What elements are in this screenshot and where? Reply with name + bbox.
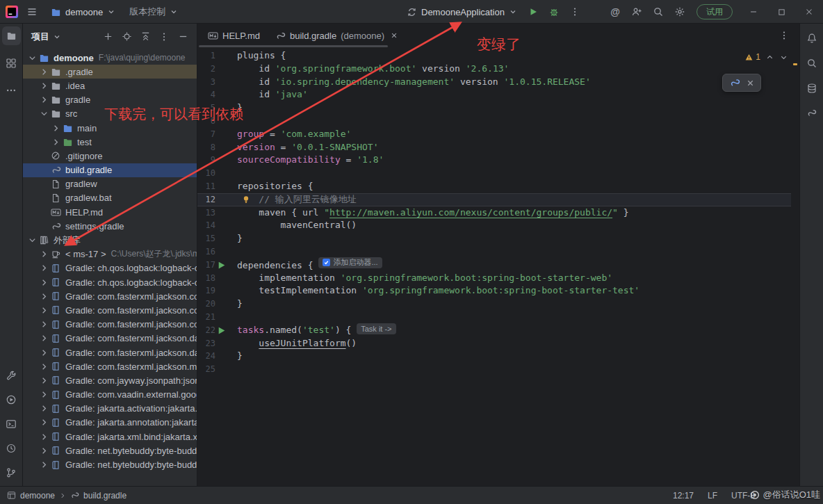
- tree-item[interactable]: < ms-17 >C:\Users\赵子龙\.jdks\ms-: [23, 247, 197, 261]
- tree-item[interactable]: Gradle: com.fasterxml.jackson.datatyp: [23, 332, 197, 346]
- database-button[interactable]: [802, 79, 821, 97]
- git-branch-button[interactable]: [2, 463, 21, 482]
- tree-item[interactable]: Gradle: com.fasterxml.jackson.core:ja: [23, 318, 197, 332]
- inlay-hint[interactable]: Task it ->: [357, 323, 396, 334]
- tree-item[interactable]: Gradle: net.bytebuddy:byte-buddy-ag: [23, 457, 197, 471]
- trial-button[interactable]: 试用: [696, 4, 733, 19]
- terminal-button[interactable]: [2, 414, 21, 433]
- chevron-right-icon[interactable]: [39, 446, 49, 456]
- debug-button[interactable]: [544, 3, 564, 21]
- chevron-right-icon[interactable]: [51, 123, 61, 133]
- minimize-button[interactable]: [740, 0, 767, 24]
- tree-item[interactable]: build.gradle: [23, 163, 197, 177]
- tree-item[interactable]: Gradle: net.bytebuddy:byte-buddy:1.1: [23, 444, 197, 457]
- breadcrumb-project[interactable]: demoone: [20, 491, 55, 501]
- code-line-3[interactable]: 3 id 'io.spring.dependency-management' v…: [197, 76, 791, 89]
- tree-item[interactable]: .gitignore: [23, 149, 197, 163]
- gradle-reload-widget[interactable]: [722, 74, 761, 92]
- dismiss-icon[interactable]: [747, 79, 754, 87]
- chevron-right-icon[interactable]: [39, 361, 49, 372]
- tree-item[interactable]: src: [23, 107, 197, 121]
- tree-item[interactable]: HELP.md: [23, 205, 197, 219]
- tab-options-button[interactable]: [774, 26, 794, 44]
- code-line-1[interactable]: 1plugins {: [197, 49, 791, 63]
- gear-button[interactable]: [670, 3, 690, 21]
- chevron-right-icon[interactable]: [51, 137, 61, 147]
- caret-position[interactable]: 12:17: [673, 491, 694, 501]
- project-panel-title[interactable]: 项目: [31, 31, 49, 43]
- maximize-button[interactable]: [767, 0, 795, 24]
- tree-item[interactable]: gradlew: [23, 177, 197, 191]
- tree-item[interactable]: Gradle: jakarta.activation:jakarta.activ: [23, 402, 197, 416]
- more-run-actions-button[interactable]: [565, 3, 585, 21]
- tree-item[interactable]: 外部库: [23, 233, 197, 247]
- tree-item[interactable]: Gradle: com.fasterxml.jackson.datatyp: [23, 346, 197, 359]
- code-line-5[interactable]: 5}: [197, 101, 791, 115]
- chevron-right-icon[interactable]: [39, 348, 49, 358]
- editor-tab[interactable]: HELP.md: [200, 24, 268, 47]
- chevron-right-icon[interactable]: [39, 305, 49, 316]
- vcs-widget[interactable]: 版本控制: [124, 3, 183, 21]
- run-button[interactable]: [523, 3, 543, 21]
- tree-item[interactable]: gradle: [23, 93, 197, 107]
- tree-item[interactable]: gradlew.bat: [23, 191, 197, 205]
- tree-item[interactable]: .idea: [23, 79, 197, 92]
- chevron-right-icon[interactable]: [39, 277, 49, 288]
- tree-item[interactable]: .gradle: [23, 65, 197, 79]
- project-button[interactable]: [2, 26, 21, 45]
- project-widget[interactable]: demoone: [46, 3, 120, 21]
- code-line-24[interactable]: 24}: [197, 350, 791, 363]
- tree-item[interactable]: Gradle: jakarta.annotation:jakarta.ann: [23, 416, 197, 430]
- chevron-right-icon[interactable]: [39, 263, 49, 273]
- code-line-4[interactable]: 4 id 'java': [197, 88, 791, 101]
- code-line-13[interactable]: 13 maven { url "http://maven.aliyun.com/…: [197, 206, 791, 220]
- code-line-22[interactable]: 22tasks.named('test') { Task it ->: [197, 324, 791, 337]
- chevron-right-icon[interactable]: [39, 291, 49, 302]
- chevron-down-icon[interactable]: [39, 108, 49, 119]
- history-button[interactable]: [2, 439, 21, 457]
- chevron-right-icon[interactable]: [39, 375, 49, 386]
- tree-item[interactable]: test: [23, 135, 197, 149]
- gradle-button[interactable]: [802, 104, 821, 122]
- editor-tab[interactable]: build.gradle(demoone): [268, 24, 405, 47]
- code-line-25[interactable]: 25: [197, 363, 791, 376]
- run-gutter-icon[interactable]: [217, 261, 226, 270]
- chevron-right-icon[interactable]: [39, 67, 49, 77]
- chevron-right-icon[interactable]: [39, 319, 49, 330]
- hide-button[interactable]: [174, 29, 191, 45]
- find-button[interactable]: [802, 54, 821, 72]
- chevron-right-icon[interactable]: [39, 333, 49, 343]
- next-problem-icon[interactable]: [779, 53, 788, 62]
- code-line-23[interactable]: 23 useJUnitPlatform(): [197, 337, 791, 350]
- code-line-11[interactable]: 11repositories {: [197, 180, 791, 193]
- chevron-right-icon[interactable]: [39, 249, 49, 259]
- prev-problem-icon[interactable]: [765, 53, 774, 62]
- code-line-20[interactable]: 20}: [197, 298, 791, 311]
- tree-item[interactable]: Gradle: com.jayway.jsonpath:json-pat: [23, 373, 197, 387]
- chevron-right-icon[interactable]: [39, 403, 49, 414]
- chevron-right-icon[interactable]: [39, 81, 49, 91]
- notifications-bell-button[interactable]: [802, 29, 821, 47]
- tree-item[interactable]: Gradle: com.fasterxml.jackson.module: [23, 359, 197, 373]
- error-stripe-warning-mark[interactable]: [793, 63, 797, 65]
- services-button[interactable]: [2, 390, 21, 409]
- search-button[interactable]: [649, 3, 668, 21]
- more-dots-button[interactable]: [2, 81, 21, 99]
- code-line-12[interactable]: 12 // 输入阿里云镜像地址: [197, 193, 791, 206]
- close-tab-icon[interactable]: [391, 32, 398, 39]
- run-config-selector[interactable]: DemooneApplication: [402, 3, 522, 21]
- code-line-19[interactable]: 19 testImplementation 'org.springframewo…: [197, 284, 791, 298]
- tree-item[interactable]: Gradle: com.fasterxml.jackson.core:ja: [23, 303, 197, 317]
- line-separator[interactable]: LF: [708, 491, 717, 501]
- run-gutter-icon[interactable]: [217, 326, 226, 335]
- plus-button[interactable]: [99, 29, 116, 45]
- breadcrumb-file[interactable]: build.gradle: [83, 491, 127, 501]
- code-line-8[interactable]: 8version = '0.0.1-SNAPSHOT': [197, 141, 791, 154]
- build-button[interactable]: [2, 366, 21, 384]
- structure-button[interactable]: [2, 54, 21, 72]
- inspections-widget[interactable]: 1: [744, 52, 788, 62]
- close-button[interactable]: [795, 0, 823, 24]
- code-line-6[interactable]: 6: [197, 115, 791, 128]
- tree-item[interactable]: demooneF:\java\qujing\demoone: [23, 51, 197, 65]
- chevron-right-icon[interactable]: [39, 95, 49, 105]
